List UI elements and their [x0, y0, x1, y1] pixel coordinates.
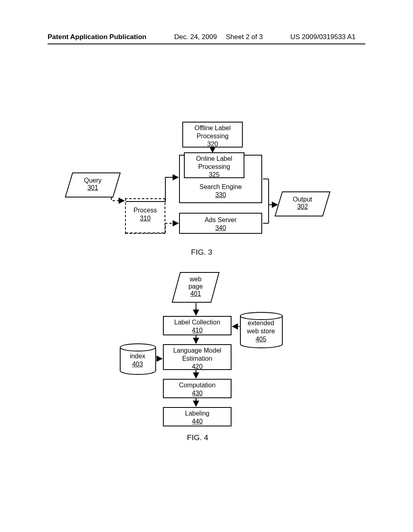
fig4-webpage: web page 401 — [175, 273, 216, 295]
header-date: Dec. 24, 2009 — [174, 33, 217, 41]
fig3-offline: Offline Label Processing 320 — [182, 122, 243, 148]
fig4-webpage-ref: 401 — [190, 290, 201, 297]
fig4-webstore-l2: web store — [247, 328, 275, 335]
fig3-query: Query 301 — [69, 174, 117, 188]
fig3-online-l1: Online Label — [196, 155, 232, 162]
fig3-ads-server: Ads Server 340 — [179, 213, 262, 234]
fig4-lm-l2: Estimation — [182, 355, 213, 362]
fig3-query-ref: 301 — [88, 184, 98, 191]
svg-point-3 — [120, 344, 156, 351]
fig4-collect-ref: 410 — [192, 327, 203, 334]
fig3-engine-label: Search Engine — [200, 183, 242, 190]
fig3-offline-l2: Processing — [196, 133, 228, 139]
fig4-labeling: Labeling 440 — [163, 407, 232, 426]
fig4-lm-ref: 420 — [192, 363, 203, 370]
fig3-offline-ref: 320 — [207, 141, 218, 148]
fig4-label-collection: Label Collection 410 — [163, 316, 232, 335]
fig4-comp-label: Computation — [179, 382, 216, 389]
header-publication: Patent Application Publication — [48, 33, 146, 41]
fig4-labeling-label: Labeling — [185, 410, 210, 417]
fig3-offline-l1: Offline Label — [194, 125, 231, 131]
fig3-online-ref: 325 — [209, 171, 220, 178]
fig3-online: Online Label Processing 325 — [184, 152, 244, 178]
fig4-caption: FIG. 4 — [157, 433, 238, 442]
fig3-process-ref: 310 — [140, 215, 151, 222]
fig4-index-label: index — [130, 353, 145, 360]
fig4-webstore-ref: 405 — [256, 336, 267, 343]
fig4-lm-l1: Language Model — [173, 347, 221, 354]
fig4-webpage-l1: web — [190, 276, 201, 283]
fig3-ads-ref: 340 — [215, 224, 226, 231]
header-underline — [48, 44, 365, 44]
fig4-collect-label: Label Collection — [174, 319, 220, 326]
fig4-webstore: extended web store 405 — [240, 312, 282, 336]
fig3-ads-label: Ads Server — [204, 216, 236, 223]
fig3-query-label: Query — [84, 177, 102, 184]
fig3-output-label: Output — [293, 196, 312, 203]
fig3-process-label: Process — [133, 207, 157, 214]
fig4-lm-estimation: Language Model Estimation 420 — [163, 344, 232, 370]
fig3-online-l2: Processing — [198, 163, 230, 170]
header-docnum: US 2009/0319533 A1 — [290, 33, 356, 41]
fig3-caption: FIG. 3 — [161, 248, 242, 257]
fig4-comp-ref: 430 — [192, 390, 203, 397]
fig4-labeling-ref: 440 — [192, 418, 203, 425]
fig3-engine-ref: 330 — [215, 191, 226, 198]
fig3-output-ref: 302 — [297, 203, 308, 210]
fig4-computation: Computation 430 — [163, 379, 232, 398]
connectors — [0, 0, 413, 532]
fig4-index-ref: 403 — [132, 361, 143, 368]
fig3-process: Process 310 — [125, 198, 165, 234]
fig4-webpage-l2: page — [188, 283, 203, 290]
header-sheet: Sheet 2 of 3 — [226, 33, 263, 41]
fig4-index: index 403 — [119, 343, 156, 360]
fig3-output: Output 302 — [278, 193, 327, 207]
fig4-webstore-l1: extended — [248, 320, 274, 326]
svg-point-4 — [240, 312, 282, 320]
